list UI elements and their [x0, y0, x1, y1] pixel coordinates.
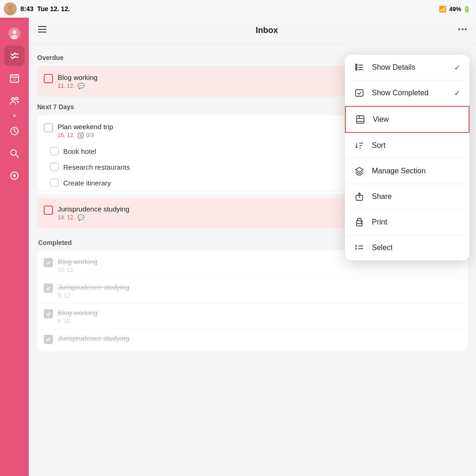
status-left: 8:43 Tue 12. 12.: [4, 2, 70, 15]
svg-text:12: 12: [13, 78, 16, 81]
menu-label-view: View: [373, 115, 459, 124]
sidebar-item-tasks[interactable]: [4, 46, 25, 66]
avatar: [4, 2, 17, 15]
more-button[interactable]: [457, 24, 468, 37]
menu-item-view[interactable]: View: [345, 106, 469, 133]
sidebar-divider: [13, 114, 16, 117]
svg-rect-39: [357, 116, 364, 123]
select-icon: [354, 243, 364, 253]
completed-checkbox[interactable]: [44, 258, 53, 267]
task-content: Jurisprudence studying 9. 12.: [58, 283, 461, 299]
task-title: Blog working: [58, 309, 461, 317]
task-meta: 9. 12.: [58, 292, 461, 299]
task-date: 11. 12.: [58, 83, 75, 89]
share-icon: [354, 192, 364, 202]
menu-item-manage-section[interactable]: Manage Section: [345, 159, 469, 184]
table-row[interactable]: Jurisprudence studying: [37, 330, 468, 349]
menu-item-show-completed[interactable]: Show Completed ✓: [345, 80, 469, 106]
task-date: 14. 12.: [58, 214, 75, 221]
menu-label-share: Share: [372, 192, 460, 201]
sort-icon: [354, 140, 364, 151]
svg-rect-50: [357, 218, 361, 221]
subtask-checkbox[interactable]: [50, 163, 59, 171]
sidebar-item-clock[interactable]: [4, 121, 25, 141]
comment-icon: 💬: [78, 83, 85, 89]
task-title: Jurisprudence studying: [58, 283, 461, 291]
svg-point-2: [7, 10, 14, 15]
task-title: Jurisprudence studying: [58, 334, 461, 342]
sidebar-item-search[interactable]: [4, 143, 25, 164]
menu-label-show-completed: Show Completed: [372, 89, 447, 97]
main-content: Inbox Overdue Blog working 11. 12. 💬: [29, 18, 476, 476]
svg-line-17: [16, 155, 19, 158]
menu-item-share[interactable]: Share: [345, 184, 469, 210]
task-date: 16. 12.: [58, 132, 75, 139]
status-time: 8:43: [20, 5, 33, 13]
menu-label-sort: Sort: [372, 141, 460, 150]
menu-item-select[interactable]: Select: [345, 235, 469, 260]
battery-icon: 49% 🔋: [449, 6, 470, 13]
svg-point-23: [458, 28, 460, 30]
svg-point-4: [13, 30, 17, 34]
task-checkbox[interactable]: [44, 74, 53, 83]
completed-checkbox[interactable]: [44, 284, 53, 293]
task-title: Research restaurants: [63, 163, 130, 171]
svg-point-5: [11, 35, 18, 40]
sidebar-item-calendar[interactable]: 12: [4, 68, 25, 88]
svg-point-16: [11, 150, 16, 155]
svg-rect-38: [356, 90, 363, 96]
subtask-count: 0/3: [78, 132, 94, 139]
status-bar: 8:43 Tue 12. 12. 📶 49% 🔋: [0, 0, 476, 18]
task-meta: 10. 12.: [58, 267, 461, 273]
svg-point-19: [13, 174, 16, 177]
task-content: Blog working 9. 12.: [58, 309, 461, 324]
task-checkbox[interactable]: [44, 123, 53, 132]
menu-label-print: Print: [372, 218, 460, 226]
menu-item-show-details[interactable]: Show Details ✓: [345, 55, 469, 80]
view-icon: [355, 114, 365, 125]
sidebar-avatar[interactable]: [4, 23, 25, 44]
status-right: 📶 49% 🔋: [439, 6, 470, 13]
completed-checkbox[interactable]: [44, 309, 53, 318]
check-icon: ✓: [454, 89, 460, 98]
check-icon: ✓: [454, 63, 460, 72]
svg-point-14: [16, 98, 18, 100]
sidebar: 12: [0, 18, 29, 476]
svg-marker-47: [356, 167, 363, 172]
svg-point-24: [462, 28, 463, 30]
wifi-icon: 📶: [439, 6, 446, 13]
menu-label-show-details: Show Details: [372, 63, 447, 72]
subtask-checkbox[interactable]: [50, 147, 59, 155]
completed-label: Completed: [38, 239, 72, 246]
table-row[interactable]: Blog working 9. 12.: [37, 304, 468, 330]
completed-checkbox[interactable]: [44, 335, 53, 344]
menu-label-manage-section: Manage Section: [372, 167, 460, 175]
hamburger-button[interactable]: [37, 24, 47, 37]
task-date: 10. 12.: [58, 267, 75, 273]
subtask-checkbox[interactable]: [50, 178, 59, 187]
completed-task-group: Blog working 10. 12. Jurisprudence study…: [37, 250, 468, 351]
task-title: Book hotel: [63, 147, 96, 155]
layers-icon: [354, 166, 364, 176]
dropdown-menu: Show Details ✓ Show Completed ✓: [345, 55, 469, 260]
task-date: 9. 12.: [58, 292, 72, 299]
status-date: Tue 12. 12.: [37, 5, 70, 13]
table-row[interactable]: Jurisprudence studying 9. 12.: [37, 278, 468, 304]
svg-rect-49: [357, 224, 362, 226]
battery-percent: 49%: [449, 6, 461, 13]
task-checkbox[interactable]: [44, 205, 53, 215]
svg-rect-26: [78, 133, 83, 138]
menu-item-sort[interactable]: Sort: [345, 133, 469, 159]
menu-item-print[interactable]: Print: [345, 210, 469, 235]
svg-point-1: [8, 5, 13, 10]
print-icon: [354, 217, 364, 227]
task-date: 9. 12.: [58, 318, 72, 324]
task-meta: 9. 12.: [58, 318, 461, 324]
topbar: Inbox: [29, 18, 476, 44]
comment-icon: 💬: [78, 214, 85, 221]
list-details-icon: [354, 62, 364, 73]
task-title: Create itinerary: [63, 179, 111, 187]
sidebar-item-circle[interactable]: [4, 165, 25, 186]
sidebar-item-people[interactable]: [4, 90, 25, 111]
show-completed-icon: [354, 88, 364, 98]
